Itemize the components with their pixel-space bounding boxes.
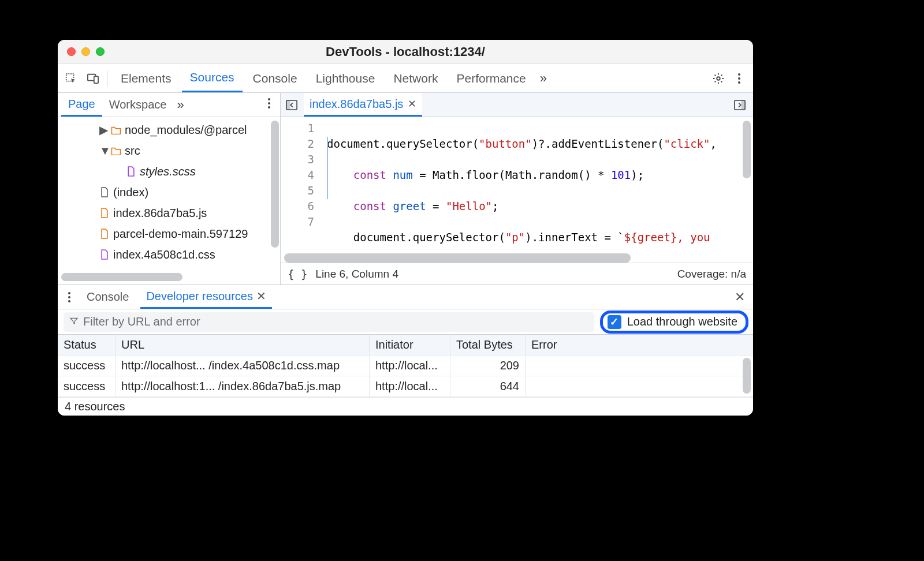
col-total-bytes[interactable]: Total Bytes	[450, 335, 526, 355]
settings-gear-icon[interactable]	[709, 69, 728, 88]
svg-rect-11	[286, 100, 290, 109]
load-through-label: Load through website	[627, 315, 737, 328]
editor-tabstrip: index.86da7ba5.js ✕	[281, 93, 753, 117]
drawer-vertical-scrollbar[interactable]	[743, 358, 751, 394]
navigator-pane: Page Workspace » ▶node_modules/@parcel▼s…	[58, 93, 281, 285]
tab-elements[interactable]: Elements	[113, 64, 180, 92]
inspect-element-icon[interactable]	[61, 69, 81, 88]
editor-tab-label: index.86da7ba5.js	[310, 98, 403, 111]
code-string: "click"	[664, 137, 710, 150]
code-text: =	[426, 200, 446, 212]
drawer-tab-developer-resources[interactable]: Developer resources ✕	[140, 285, 272, 309]
tree-row[interactable]: index.86da7ba5.js	[58, 203, 280, 223]
tree-row[interactable]: index.4a508c1d.css	[58, 244, 280, 265]
editor-horizontal-scrollbar[interactable]	[284, 253, 750, 263]
code-text: document.querySelector(	[327, 137, 479, 150]
col-status[interactable]: Status	[58, 335, 116, 355]
file-purple-icon	[99, 248, 110, 261]
col-error[interactable]: Error	[526, 335, 753, 355]
editor-statusbar: { } Line 6, Column 4 Coverage: n/a	[281, 263, 753, 285]
folder-orange-icon	[111, 144, 121, 157]
tree-item-label: node_modules/@parcel	[125, 124, 247, 137]
separator	[107, 70, 108, 87]
tree-row[interactable]: styles.scss	[58, 161, 280, 182]
tab-network[interactable]: Network	[385, 64, 446, 92]
navigator-tab-page[interactable]: Page	[61, 93, 102, 117]
tab-lighthouse[interactable]: Lighthouse	[308, 64, 383, 92]
file-outline-icon	[99, 186, 110, 199]
tree-row[interactable]: ▶node_modules/@parcel	[58, 119, 280, 140]
drawer-menu-kebab-icon[interactable]	[64, 291, 75, 303]
code-keyword: const	[353, 200, 386, 212]
tree-caret-icon[interactable]: ▶	[99, 123, 107, 137]
code-editor[interactable]: 1234567 document.querySelector("button")…	[281, 117, 753, 253]
close-drawer-tab-icon[interactable]: ✕	[256, 289, 266, 303]
tree-caret-icon[interactable]: ▼	[99, 144, 107, 158]
editor-vertical-scrollbar[interactable]	[743, 121, 751, 178]
close-tab-icon[interactable]: ✕	[408, 98, 416, 110]
code-indent	[327, 231, 353, 244]
tree-vertical-scrollbar[interactable]	[271, 121, 279, 248]
block-indicator	[327, 137, 328, 199]
code-text: ,	[710, 137, 716, 150]
file-purple-icon	[126, 165, 136, 178]
code-text: ;	[492, 200, 498, 212]
drawer: Console Developer resources ✕ ✕ Filter b…	[58, 285, 753, 416]
table-row[interactable]: successhttp://localhost... /index.4a508c…	[58, 356, 753, 376]
tab-sources[interactable]: Sources	[182, 64, 243, 92]
cell-initiator: http://local...	[370, 376, 450, 397]
cell-status: success	[58, 356, 116, 376]
filter-input[interactable]: Filter by URL and error	[64, 312, 594, 332]
tab-console[interactable]: Console	[245, 64, 305, 92]
code-var: num	[393, 169, 412, 181]
main-menu-kebab-icon[interactable]	[730, 69, 748, 88]
svg-rect-2	[94, 76, 98, 83]
cell-error	[526, 356, 753, 376]
folder-orange-icon	[111, 124, 121, 136]
drawer-tab-console[interactable]: Console	[81, 285, 135, 309]
show-navigator-icon[interactable]	[283, 96, 300, 114]
col-url[interactable]: URL	[116, 335, 370, 355]
filter-icon	[69, 315, 79, 328]
svg-point-7	[268, 98, 270, 100]
navigator-tab-workspace[interactable]: Workspace	[102, 93, 174, 117]
load-through-website-toggle[interactable]: ✓ Load through website	[600, 311, 748, 334]
close-drawer-icon[interactable]: ✕	[732, 290, 747, 305]
navigator-menu-kebab-icon[interactable]	[267, 98, 271, 112]
cell-initiator: http://local...	[370, 356, 450, 376]
checkbox-checked-icon[interactable]: ✓	[608, 315, 621, 329]
cell-bytes: 644	[450, 376, 526, 397]
device-toolbar-icon[interactable]	[83, 69, 103, 88]
show-debugger-icon[interactable]	[731, 96, 748, 114]
navigator-more-tabs[interactable]: »	[177, 98, 184, 113]
tree-row[interactable]: (index)	[58, 182, 280, 203]
tree-row[interactable]: parcel-demo-main.597129	[58, 223, 280, 244]
tree-row[interactable]: ▼src	[58, 140, 280, 161]
svg-point-4	[738, 73, 740, 76]
navigator-tabs: Page Workspace »	[58, 93, 280, 117]
filter-placeholder: Filter by URL and error	[83, 315, 200, 328]
file-orange-icon	[99, 227, 110, 240]
code-text: )?.addEventListener(	[532, 137, 664, 150]
main-toolbar: Elements Sources Console Lighthouse Netw…	[58, 64, 753, 93]
svg-point-5	[738, 77, 740, 80]
window-title: DevTools - localhost:1234/	[58, 44, 753, 59]
code-template: , you	[677, 231, 710, 244]
editor-tab[interactable]: index.86da7ba5.js ✕	[304, 93, 422, 117]
code-text: document.querySelector(	[353, 231, 505, 244]
col-initiator[interactable]: Initiator	[370, 335, 450, 355]
more-tabs-button[interactable]: »	[540, 71, 547, 86]
tree-item-label: (index)	[113, 186, 148, 199]
code-string: "button"	[479, 137, 532, 150]
table-row[interactable]: successhttp://localhost:1... /index.86da…	[58, 376, 753, 397]
file-orange-icon	[99, 207, 110, 219]
tree-horizontal-scrollbar[interactable]	[61, 273, 277, 281]
code-text: ).innerText = `	[525, 231, 624, 244]
pretty-print-icon[interactable]: { }	[288, 268, 307, 280]
svg-rect-13	[742, 100, 745, 109]
tab-performance[interactable]: Performance	[448, 64, 534, 92]
file-tree[interactable]: ▶node_modules/@parcel▼srcstyles.scss(ind…	[58, 117, 280, 271]
cursor-position: Line 6, Column 4	[315, 268, 398, 280]
code-text: );	[631, 169, 644, 181]
body: Page Workspace » ▶node_modules/@parcel▼s…	[58, 93, 753, 285]
